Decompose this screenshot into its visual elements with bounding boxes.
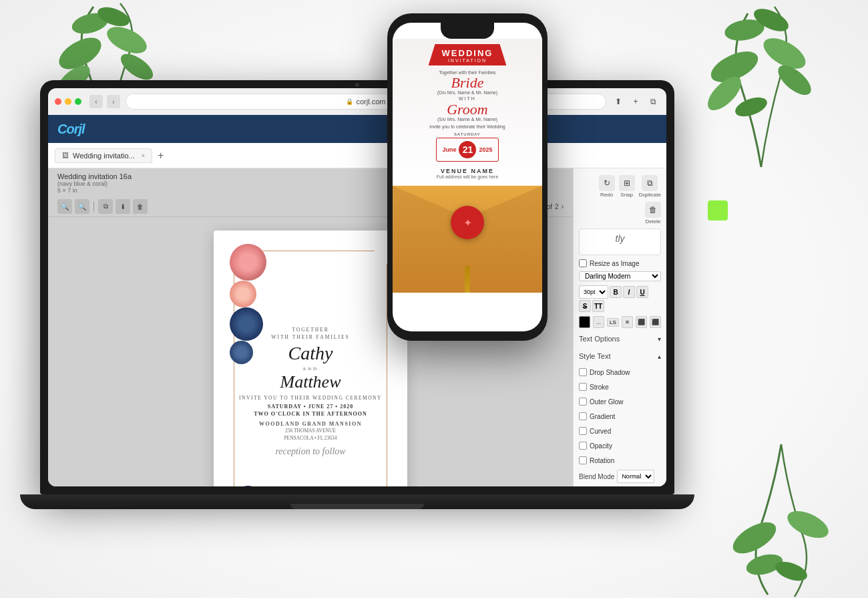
italic-button[interactable]: I: [623, 286, 635, 298]
phone-saturday: SATURDAY: [454, 132, 481, 136]
app-main: Wedding invitation 16a (navy blue & cora…: [48, 168, 666, 486]
curved-checkbox[interactable]: [579, 427, 587, 435]
text-transform-button[interactable]: TT: [592, 300, 604, 312]
phone-date-box: June 21 2025: [436, 138, 498, 162]
letter-spacing-button[interactable]: LS: [607, 318, 619, 327]
delete-canvas-button[interactable]: 🗑: [133, 199, 148, 214]
text-color-swatch[interactable]: [579, 316, 590, 328]
blend-mode-select[interactable]: Normal: [617, 470, 654, 483]
plant-decoration-bottom-right: [714, 431, 848, 598]
align-right-button[interactable]: ⬛: [650, 316, 661, 328]
curved-label: Curved: [590, 428, 611, 435]
drop-shadow-label: Drop Shadow: [590, 369, 630, 376]
outer-glow-row[interactable]: Outer Glow: [579, 396, 661, 407]
corjl-logo-text: Corjl: [57, 122, 85, 136]
opacity-label: Opacity: [590, 442, 612, 450]
resize-as-image-checkbox[interactable]: [579, 259, 587, 267]
page-nav-button[interactable]: ›: [562, 203, 564, 210]
snap-label: Snap: [620, 192, 633, 198]
drop-shadow-checkbox[interactable]: [579, 368, 587, 376]
browser-chrome: ‹ › 🔒 corjl.com ⬆ + ⧉: [48, 88, 666, 115]
phone-notch: [441, 23, 494, 39]
browser-minimize-dot[interactable]: [65, 98, 71, 105]
gradient-row[interactable]: Gradient: [579, 411, 661, 422]
download-button[interactable]: ⬇: [116, 199, 130, 214]
outer-glow-checkbox[interactable]: [579, 398, 587, 406]
browser-back-button[interactable]: ‹: [89, 95, 103, 108]
rotation-checkbox[interactable]: [579, 456, 587, 464]
rotation-row[interactable]: Rotation: [579, 455, 661, 466]
stroke-row[interactable]: Stroke: [579, 382, 661, 392]
active-tab[interactable]: 🖼 Wedding invitatio... ×: [55, 148, 152, 163]
font-select[interactable]: Darling Modern: [579, 271, 661, 281]
flower-pink-large: [230, 244, 266, 281]
text-format-toolbar: 30pt B I U S TT: [579, 285, 661, 312]
underline-button[interactable]: U: [636, 286, 648, 298]
gradient-checkbox[interactable]: [579, 412, 587, 420]
font-size-select[interactable]: 30pt: [579, 285, 608, 299]
drop-shadow-row[interactable]: Drop Shadow: [579, 367, 661, 378]
style-text-section[interactable]: Style Text ▴: [579, 349, 661, 363]
floral-decoration-top: [230, 244, 391, 324]
opacity-row[interactable]: Opacity: [579, 440, 661, 451]
snap-icon: ⊞: [619, 175, 635, 191]
delete-label: Delete: [645, 218, 660, 225]
app-content: Corjl 🖼 Wedding invitatio... × +: [48, 115, 666, 486]
redo-label: Redo: [600, 192, 613, 198]
add-tab-button[interactable]: +: [158, 150, 164, 162]
laptop-base: [20, 494, 694, 509]
app-toolbar: 🖼 Wedding invitatio... × +: [48, 143, 666, 168]
text-options-section[interactable]: Text Options ▾: [579, 332, 661, 345]
stroke-label: Stroke: [590, 384, 609, 391]
bold-button[interactable]: B: [610, 286, 622, 298]
opacity-checkbox[interactable]: [579, 442, 587, 450]
phone-banner-subtitle: INVITATION: [448, 58, 487, 63]
svg-point-13: [728, 516, 781, 559]
tab-close-button[interactable]: ×: [142, 152, 145, 159]
stroke-checkbox[interactable]: [579, 383, 587, 391]
zoom-in-button[interactable]: 🔍: [75, 199, 89, 214]
blend-mode-row: Blend Mode Normal: [579, 470, 661, 483]
flower-navy2: [230, 341, 253, 364]
laptop-screen-bezel: ‹ › 🔒 corjl.com ⬆ + ⧉: [48, 88, 666, 486]
browser-share-button[interactable]: ⬆: [612, 95, 625, 108]
phone-venue-addr: Full address will be goes here: [437, 174, 499, 179]
lock-icon: 🔒: [346, 98, 353, 105]
phone-day: 21: [459, 141, 476, 158]
tab-document-icon: 🖼: [62, 152, 69, 159]
strikethrough-button[interactable]: S: [579, 300, 591, 312]
panel-actions-row: ↻ Redo ⊞ Snap ⧉ Duplicate: [579, 175, 661, 225]
flower-navy: [230, 307, 263, 341]
browser-forward-button[interactable]: ›: [107, 95, 120, 108]
laptop-device: ‹ › 🔒 corjl.com ⬆ + ⧉: [40, 80, 674, 548]
zoom-out-button[interactable]: 🔍: [57, 199, 72, 214]
right-panel: ↻ Redo ⊞ Snap ⧉ Duplicate: [573, 168, 666, 486]
plant-decoration-top-right: [688, 0, 835, 174]
copy-button[interactable]: ⧉: [98, 199, 113, 214]
more-colors-button[interactable]: ...: [593, 316, 604, 328]
curved-row[interactable]: Curved: [579, 426, 661, 436]
phone-banner-title: WEDDING: [442, 48, 493, 58]
tool-separator: [93, 201, 94, 212]
text-options-chevron: ▾: [658, 335, 661, 343]
phone-invite-text: Invite you to celebrate their Wedding: [429, 124, 505, 129]
phone-month: June: [442, 146, 456, 153]
floral-decoration-bottom: [230, 462, 391, 486]
browser-url: corjl.com: [356, 98, 385, 106]
snap-action[interactable]: ⊞ Snap: [619, 175, 635, 198]
browser-add-button[interactable]: +: [629, 95, 642, 108]
align-left-button[interactable]: ⬛: [636, 316, 647, 328]
corjl-logo: Corjl: [57, 122, 85, 137]
browser-maximize-dot[interactable]: [75, 98, 81, 105]
duplicate-action[interactable]: ⧉ Duplicate: [639, 175, 661, 198]
list-button[interactable]: ≡: [622, 316, 633, 328]
svg-point-12: [732, 94, 769, 120]
browser-window-controls: [55, 98, 81, 105]
redo-action[interactable]: ↻ Redo: [599, 175, 615, 198]
phone-wedding-invitation: WEDDING INVITATION Together with their F…: [393, 39, 542, 186]
browser-close-dot[interactable]: [55, 98, 61, 105]
envelope-seal: [451, 206, 484, 239]
browser-extensions-button[interactable]: ⧉: [646, 95, 660, 108]
delete-action[interactable]: 🗑 Delete: [645, 202, 661, 225]
text-options-label: Text Options: [579, 335, 620, 343]
